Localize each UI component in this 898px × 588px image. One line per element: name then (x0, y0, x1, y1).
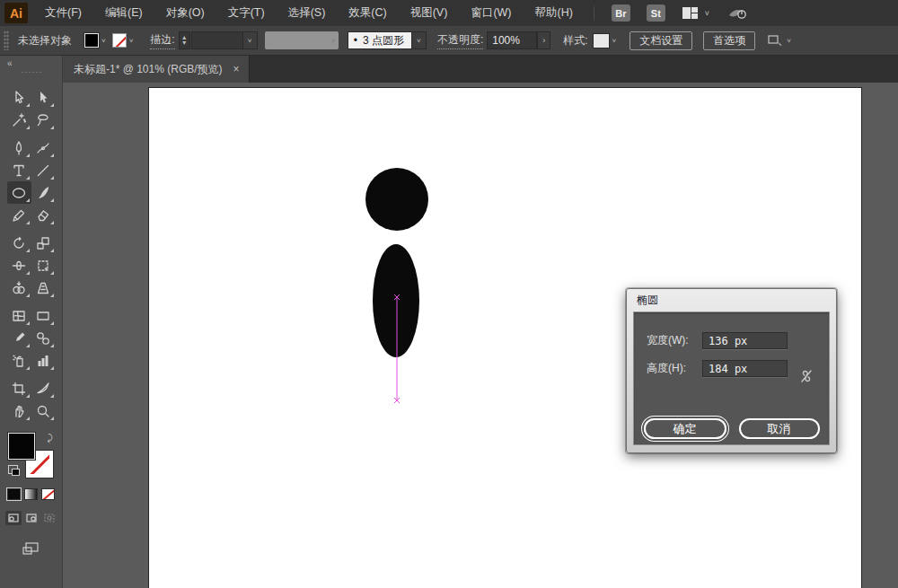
style-swatch[interactable] (593, 33, 610, 48)
tool-selection[interactable] (7, 86, 31, 109)
tool-gradient[interactable] (31, 304, 56, 327)
control-bar: 未选择对象 ˅ ˅ 描边: ▲▼ ˅ ˅ • 3 点圆形 ˅ 不透明度: 100… (0, 26, 898, 56)
tool-curvature[interactable] (31, 136, 56, 159)
bar-options-chevron-icon[interactable]: ˅ (784, 35, 794, 47)
swap-fill-stroke-icon[interactable]: ⤸ (48, 433, 53, 443)
default-fill-stroke-icon[interactable] (8, 465, 18, 474)
opacity-arrow-button[interactable]: › (537, 31, 550, 49)
document-setup-button[interactable]: 文档设置 (629, 31, 692, 50)
workspace-switcher-icon[interactable] (682, 7, 698, 19)
drawing-modes (5, 511, 57, 525)
tool-symbol-sprayer[interactable] (7, 349, 31, 372)
fill-indicator[interactable] (8, 433, 35, 460)
toolbar-grip[interactable] (21, 71, 42, 75)
tool-eyedropper[interactable] (7, 327, 31, 349)
brush-chevron-icon[interactable]: ˅ (412, 31, 427, 49)
menu-select[interactable]: 选择(S) (277, 0, 338, 26)
eyedropper-icon (11, 330, 27, 347)
menu-object[interactable]: 对象(O) (154, 0, 216, 26)
menu-type[interactable]: 文字(T) (216, 0, 277, 26)
tool-ellipse[interactable] (7, 181, 31, 204)
tool-pen[interactable] (7, 136, 31, 159)
brush-definition-dropdown[interactable]: • 3 点圆形 (348, 31, 412, 49)
menu-help[interactable]: 帮助(H) (524, 0, 585, 26)
toolbar-collapse-button[interactable]: « (7, 58, 12, 68)
menu-effect[interactable]: 效果(C) (337, 0, 398, 26)
direct-selection-icon (35, 90, 51, 106)
stroke-weight-chevron-icon[interactable]: ˅ (243, 31, 258, 49)
stroke-weight-stepper[interactable]: ▲▼ (179, 31, 190, 49)
workspace-chevron-icon[interactable]: ˅ (705, 9, 709, 18)
tool-perspective-grid[interactable] (31, 276, 56, 299)
width-input[interactable]: 136 px (702, 332, 788, 349)
stock-button[interactable]: St (647, 4, 665, 22)
menubar-divider (594, 6, 594, 21)
brush-name: 3 点圆形 (363, 33, 404, 48)
tool-shape-builder[interactable] (7, 276, 31, 299)
tool-hand[interactable] (7, 399, 31, 422)
tool-rotate[interactable] (7, 232, 31, 254)
menu-window[interactable]: 窗口(W) (459, 0, 523, 26)
none-button[interactable] (41, 488, 55, 500)
toolbar-header: « (0, 56, 63, 83)
bridge-button[interactable]: Br (612, 4, 630, 22)
isolate-selection-icon[interactable] (768, 34, 784, 47)
style-chevron-icon[interactable]: ˅ (610, 35, 620, 47)
style-label: 样式: (563, 33, 587, 48)
tool-type[interactable] (7, 159, 31, 181)
tool-scale[interactable] (31, 232, 56, 254)
tool-paintbrush[interactable] (31, 181, 56, 204)
draw-behind-icon[interactable] (23, 511, 40, 525)
width-profile-dropdown[interactable]: ˅ (265, 31, 339, 49)
tool-width[interactable] (7, 254, 31, 276)
preferences-button[interactable]: 首选项 (703, 31, 755, 50)
fill-stroke-indicator: ⤸ (8, 433, 55, 479)
menu-view[interactable]: 视图(V) (399, 0, 460, 26)
tool-blend[interactable] (31, 327, 56, 349)
gradient-button[interactable] (24, 488, 38, 500)
tool-line-segment[interactable] (31, 159, 56, 181)
stroke-panel-link[interactable]: 描边: (150, 32, 174, 49)
tool-lasso[interactable] (31, 109, 56, 131)
tool-artboard[interactable] (7, 377, 31, 399)
width-label: 宽度(W): (647, 333, 702, 348)
tab-close-icon[interactable]: × (233, 63, 240, 75)
draw-inside-icon[interactable] (41, 511, 57, 525)
height-input[interactable]: 184 px (702, 360, 788, 377)
fill-color-swatch[interactable] (84, 33, 99, 48)
line-segment-icon (35, 162, 51, 179)
screen-mode-icon (22, 541, 41, 557)
tool-zoom[interactable] (31, 399, 56, 422)
tool-eraser[interactable] (31, 204, 56, 226)
tool-slice[interactable] (31, 377, 56, 399)
ok-button[interactable]: 确定 (644, 418, 726, 439)
screen-mode-button[interactable] (22, 541, 41, 560)
eraser-icon (35, 207, 51, 224)
width-icon (11, 258, 27, 274)
menu-file[interactable]: 文件(F) (33, 0, 93, 26)
stroke-color-swatch[interactable] (112, 33, 127, 48)
tool-column-graph[interactable] (31, 349, 56, 372)
tool-direct-selection[interactable] (31, 86, 56, 109)
artboard-icon (11, 381, 27, 397)
rotate-icon (11, 235, 27, 251)
fill-chevron-icon[interactable]: ˅ (99, 35, 109, 47)
link-dimensions-icon[interactable] (799, 368, 814, 387)
tool-magic-wand[interactable] (7, 109, 31, 131)
tool-free-transform[interactable] (31, 254, 56, 276)
draw-normal-icon[interactable] (5, 511, 22, 525)
tool-mesh[interactable] (7, 304, 31, 327)
stroke-weight-field[interactable] (191, 31, 243, 49)
lasso-icon (35, 112, 51, 128)
document-tab[interactable]: 未标题-1* @ 101% (RGB/预览) × (63, 56, 250, 83)
perspective-grid-icon (35, 280, 51, 296)
cancel-button[interactable]: 取消 (739, 418, 820, 439)
menu-edit[interactable]: 编辑(E) (93, 0, 154, 26)
opacity-panel-link[interactable]: 不透明度: (437, 32, 483, 49)
gpu-performance-icon[interactable] (727, 6, 747, 21)
opacity-field[interactable]: 100% (487, 31, 537, 49)
color-button[interactable] (7, 488, 21, 500)
control-bar-grip[interactable] (4, 31, 9, 50)
stroke-chevron-icon[interactable]: ˅ (127, 35, 136, 47)
tool-pencil[interactable] (7, 204, 31, 226)
